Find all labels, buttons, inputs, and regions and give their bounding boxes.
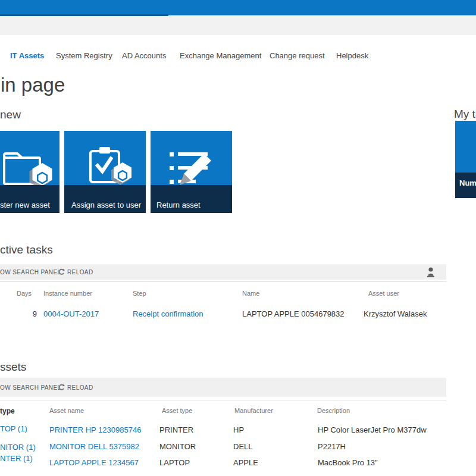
show-search-panel-button[interactable]: OW SEARCH PANEL <box>0 269 61 275</box>
nav-item-change-request[interactable]: Change request <box>270 51 325 60</box>
tile-caption-band: Numb <box>455 173 476 198</box>
table-top-border <box>0 400 446 400</box>
col-header-name: Name <box>242 290 259 297</box>
asset-name-link[interactable]: MONITOR DELL 5375982 <box>49 442 139 451</box>
col-header-step: Step <box>133 290 146 297</box>
cell-asset-type: MONITOR <box>159 442 196 451</box>
cell-asset-user: Krzysztof Walasek <box>364 309 427 318</box>
cell-description: HP Color LaserJet Pro M377dw <box>318 425 427 434</box>
cell-description: MacBook Pro 13" <box>318 458 378 467</box>
page-title: in page <box>1 74 65 96</box>
asset-name-link[interactable]: LAPTOP APPLE 1234567 <box>49 458 139 467</box>
show-search-panel-button[interactable]: OW SEARCH PANEL <box>0 384 61 391</box>
instance-number-link[interactable]: 0004-OUT-2017 <box>43 309 99 318</box>
col-header-asset-user: Asset user <box>368 290 399 297</box>
tile-return-asset[interactable]: Return asset <box>151 131 232 213</box>
my-tasks-heading: My ta <box>454 108 476 121</box>
cell-manufacturer: DELL <box>233 442 253 451</box>
cell-days: 9 <box>24 309 37 318</box>
nav-item-exchange-management[interactable]: Exchange Management <box>180 51 261 60</box>
tile-caption-band: Assign asset to user <box>64 185 146 213</box>
active-tasks-heading: ctive tasks <box>0 243 53 256</box>
active-tasks-toolbar: OW SEARCH PANEL RELOAD <box>0 264 446 280</box>
tile-assign-asset-to-user[interactable]: Assign asset to user <box>64 131 146 213</box>
facet-item-printer[interactable]: NTER (1) <box>0 454 33 463</box>
tile-label: Numb <box>459 178 476 187</box>
tile-register-new-asset[interactable]: ster new asset <box>0 131 60 213</box>
list-pencil-icon <box>170 151 216 189</box>
col-header-asset-type: Asset type <box>162 407 192 414</box>
user-icon[interactable] <box>426 267 436 277</box>
nav-item-it-assets[interactable]: IT Assets <box>10 51 44 60</box>
assets-toolbar: OW SEARCH PANEL RELOAD <box>0 378 446 397</box>
col-header-instance-number: Instance number <box>43 290 92 297</box>
create-new-heading: new <box>0 108 21 121</box>
cell-description: P2217H <box>318 442 346 451</box>
tile-label: Return asset <box>156 201 201 209</box>
col-header-description: Description <box>317 407 350 414</box>
nav-item-ad-accounts[interactable]: AD Accounts <box>122 51 166 60</box>
tile-caption-band: Return asset <box>151 185 232 213</box>
clipboard-check-asset-icon <box>89 146 134 186</box>
nav-item-system-registry[interactable]: System Registry <box>56 51 112 60</box>
table-top-border <box>0 281 446 282</box>
cell-manufacturer: HP <box>233 425 244 434</box>
assets-heading: ssets <box>0 361 26 374</box>
nav-item-helpdesk[interactable]: Helpdesk <box>336 51 368 60</box>
col-header-manufacturer: Manufacturer <box>234 407 273 414</box>
facet-header-asset-type: type <box>0 407 15 415</box>
step-link[interactable]: Receipt confirmation <box>133 309 203 318</box>
suite-bar <box>0 0 476 16</box>
reload-icon[interactable] <box>58 384 65 391</box>
reload-button[interactable]: RELOAD <box>67 384 93 391</box>
cell-asset-type: PRINTER <box>159 425 193 434</box>
tile-my-tasks[interactable]: Numb <box>455 121 476 198</box>
tile-label: ster new asset <box>0 201 50 209</box>
tile-label: Assign asset to user <box>71 201 141 209</box>
ribbon-band <box>0 16 476 35</box>
col-header-asset-name: Asset name <box>49 407 84 414</box>
folder-asset-icon <box>2 151 57 189</box>
reload-button[interactable]: RELOAD <box>67 269 93 275</box>
cell-name: LAPTOP APPLE 0054679832 <box>242 309 345 318</box>
tile-caption-band: ster new asset <box>0 185 60 213</box>
cell-manufacturer: APPLE <box>233 458 258 467</box>
cell-asset-type: LAPTOP <box>159 458 190 467</box>
reload-icon[interactable] <box>58 268 65 275</box>
asset-name-link[interactable]: PRINTER HP 1230985746 <box>49 425 141 434</box>
facet-item-laptop[interactable]: TOP (1) <box>0 424 27 433</box>
facet-item-monitor[interactable]: NITOR (1) <box>0 443 36 452</box>
col-header-days: Days <box>17 290 32 297</box>
